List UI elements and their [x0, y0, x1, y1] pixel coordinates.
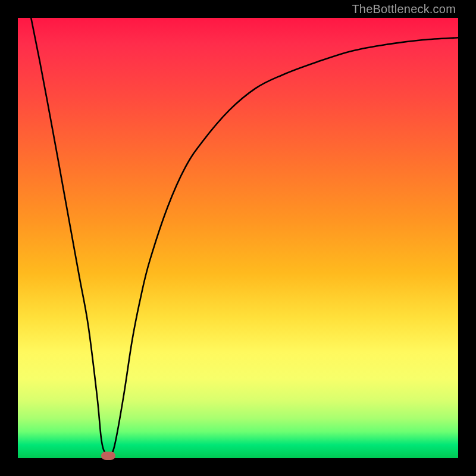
watermark-text: TheBottleneck.com — [352, 2, 456, 16]
plot-area — [18, 18, 458, 458]
min-marker — [101, 452, 115, 460]
bottleneck-curve — [18, 18, 458, 458]
chart-frame: TheBottleneck.com — [0, 0, 476, 476]
